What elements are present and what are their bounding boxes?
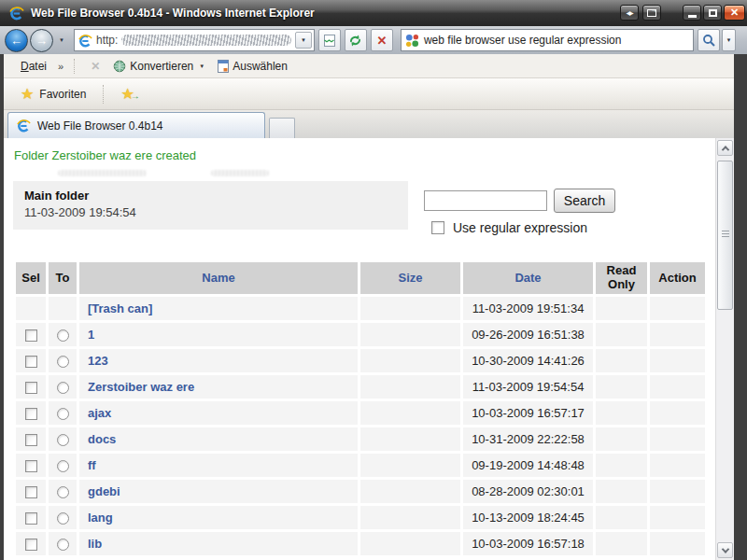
row-radio[interactable]	[57, 460, 69, 472]
row-checkbox[interactable]	[25, 512, 37, 525]
file-name-link[interactable]: ajax	[88, 406, 111, 420]
row-checkbox[interactable]	[25, 486, 37, 498]
file-action	[650, 297, 705, 320]
file-date: 10-31-2009 22:22:58	[463, 427, 593, 451]
left-right-arrows-icon: ◀▶	[626, 9, 632, 16]
folder-timestamp: 11-03-2009 19:54:54	[24, 205, 397, 219]
search-box[interactable]: web file browser use regular expression	[401, 29, 694, 51]
history-dropdown-caret[interactable]: ▼	[59, 37, 64, 43]
redacted-text-smudge	[211, 170, 269, 176]
url-protocol: http:	[96, 34, 118, 47]
back-button[interactable]: ←	[5, 29, 28, 52]
address-dropdown-button[interactable]: ▼	[295, 32, 312, 49]
close-button[interactable]: ✕	[724, 5, 745, 21]
tab-web-file-browser[interactable]: Web File Browser 0.4b14	[7, 112, 265, 138]
search-button[interactable]: Search	[554, 189, 615, 213]
row-checkbox[interactable]	[25, 434, 37, 446]
table-row: 123 10-30-2009 14:41:26	[16, 349, 705, 372]
search-input[interactable]	[424, 190, 547, 211]
minimize-button[interactable]	[683, 5, 701, 21]
search-provider-icon	[405, 34, 419, 48]
favorites-button[interactable]: ★ Favoriten	[13, 83, 93, 105]
row-radio[interactable]	[57, 329, 69, 342]
add-favorite-button[interactable]: ★→	[113, 83, 141, 105]
column-header-size[interactable]: Size	[360, 262, 460, 294]
address-bar: ← → ▼ http: ▼ ✕	[0, 26, 747, 54]
scrollbar-grip-icon	[722, 231, 729, 239]
file-name-link[interactable]: lang	[88, 511, 113, 525]
row-radio[interactable]	[57, 512, 69, 525]
row-radio[interactable]	[57, 434, 69, 446]
row-checkbox[interactable]	[25, 539, 37, 551]
file-date: 09-19-2009 14:48:48	[463, 454, 593, 477]
regex-checkbox[interactable]	[431, 221, 444, 234]
file-size	[360, 323, 460, 346]
url-redacted-scribble	[121, 35, 291, 46]
refresh-button[interactable]	[345, 29, 367, 51]
file-size	[360, 427, 460, 451]
file-name-link[interactable]: [Trash can]	[88, 301, 152, 315]
row-checkbox[interactable]	[25, 460, 37, 472]
green-arrow-icon: →	[131, 91, 140, 101]
menu-item-datei[interactable]: Datei	[13, 57, 54, 76]
row-radio[interactable]	[57, 486, 69, 498]
file-action	[650, 323, 705, 346]
file-readonly	[596, 532, 647, 555]
menu-item-auswaehlen[interactable]: Auswählen	[214, 58, 291, 75]
table-row: Zerstoiber waz ere 11-03-2009 19:54:54	[16, 375, 705, 399]
search-go-button[interactable]	[698, 29, 720, 51]
file-size	[360, 454, 460, 477]
file-date: 10-30-2009 14:41:26	[463, 349, 593, 372]
address-field[interactable]: http: ▼	[74, 29, 315, 51]
search-options-caret[interactable]: ▼	[722, 29, 736, 51]
file-action	[650, 427, 705, 451]
row-checkbox[interactable]	[25, 329, 37, 342]
file-name-link[interactable]: lib	[88, 537, 102, 551]
row-checkbox[interactable]	[25, 356, 37, 368]
row-checkbox[interactable]	[25, 408, 37, 420]
scroll-up-button[interactable]	[717, 140, 733, 156]
tab-label: Web File Browser 0.4b14	[37, 119, 163, 133]
row-radio[interactable]	[57, 382, 69, 394]
stop-x-icon: ✕	[377, 34, 388, 48]
file-readonly	[596, 297, 647, 320]
file-name-link[interactable]: 123	[88, 354, 108, 368]
file-action	[650, 480, 705, 503]
file-date: 11-03-2009 19:51:34	[463, 297, 593, 320]
file-name-link[interactable]: ff	[88, 458, 96, 472]
file-date: 11-03-2009 19:54:54	[463, 375, 593, 399]
vertical-scrollbar[interactable]	[715, 138, 734, 560]
file-readonly	[596, 480, 647, 503]
window-dock-button[interactable]	[642, 5, 661, 21]
file-name-link[interactable]: Zerstoiber waz ere	[88, 380, 194, 394]
file-action	[650, 349, 705, 372]
new-tab-stub[interactable]	[269, 118, 295, 138]
scroll-down-button[interactable]	[717, 542, 733, 558]
maximize-button[interactable]	[703, 5, 722, 21]
row-radio[interactable]	[57, 356, 69, 368]
stop-button[interactable]: ✕	[371, 29, 393, 51]
row-checkbox[interactable]	[25, 382, 37, 394]
column-header-name[interactable]: Name	[79, 262, 358, 294]
status-message: Folder Zerstoiber waz ere created	[14, 148, 196, 162]
file-size	[360, 532, 460, 555]
close-icon: ✕	[730, 7, 739, 18]
table-row: docs 10-31-2009 22:22:58	[16, 427, 705, 451]
forward-button[interactable]: →	[30, 29, 53, 52]
file-name-link[interactable]: 1	[88, 328, 94, 342]
file-name-link[interactable]: gdebi	[88, 484, 120, 498]
scrollbar-thumb[interactable]	[717, 161, 733, 310]
menu-item-konvertieren[interactable]: Konvertieren ▼	[109, 58, 214, 75]
row-radio[interactable]	[57, 408, 69, 420]
compatibility-view-button[interactable]	[318, 29, 341, 51]
menu-overflow-chevron[interactable]: »	[58, 61, 63, 72]
minimize-icon	[688, 15, 697, 18]
column-header-date[interactable]: Date	[463, 262, 593, 294]
forward-arrow-icon: →	[35, 34, 48, 48]
file-name-link[interactable]: docs	[88, 432, 116, 446]
menu-bar: Datei » ✕ Konvertieren ▼ Auswählen	[4, 54, 734, 78]
file-size	[360, 297, 460, 320]
quick-tabs-button[interactable]: ◀▶	[620, 5, 639, 21]
column-header-sel: Sel	[16, 262, 46, 294]
row-radio[interactable]	[57, 539, 69, 551]
